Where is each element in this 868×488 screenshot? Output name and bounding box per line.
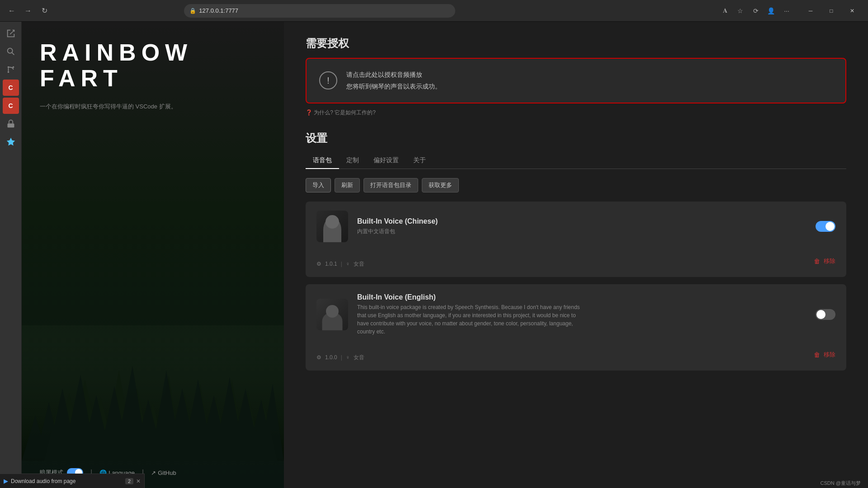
app-title: RAINBOW FART: [40, 40, 266, 91]
settings-section: 设置 语音包 定制 偏好设置 关于 导入 刷新 打开语音包目录 获: [306, 131, 846, 371]
address-bar[interactable]: 🔒 127.0.0.1:7777: [184, 4, 455, 18]
settings-title: 设置: [306, 131, 846, 145]
delete-icon-chinese[interactable]: 🗑: [814, 258, 820, 265]
tab-custom[interactable]: 定制: [339, 153, 366, 169]
refresh-icon[interactable]: ⟳: [750, 5, 762, 17]
voice-toggle-english[interactable]: [816, 309, 835, 320]
auth-line1: 请点击此处以授权音频播放: [346, 70, 441, 80]
close-button[interactable]: ✕: [842, 4, 863, 18]
svg-point-0: [7, 48, 12, 53]
gender-chinese: 女音: [354, 260, 364, 268]
back-button[interactable]: ←: [5, 5, 18, 17]
voice-actions-english: 🗑 移除: [814, 351, 835, 359]
minimize-button[interactable]: ─: [800, 4, 821, 18]
sidebar-icon-explorer[interactable]: [3, 25, 19, 42]
voice-info-english: Built-In Voice (English) This built-in v…: [357, 293, 807, 336]
open-dir-button[interactable]: 打开语音包目录: [363, 178, 418, 192]
voice-toggle-chinese[interactable]: [816, 221, 835, 232]
tab-preferences[interactable]: 偏好设置: [366, 153, 406, 169]
voice-desc-chinese: 内置中文语音包: [357, 227, 583, 235]
sidebar-icon-search[interactable]: [3, 43, 19, 60]
svg-line-1: [12, 52, 14, 55]
voice-desc-english: This built-in voice package is created b…: [357, 303, 583, 336]
sidebar-icon-star[interactable]: [3, 134, 19, 150]
download-text: Download audio from page: [11, 478, 123, 484]
lock-icon: 🔒: [189, 8, 196, 14]
title-line2: FART: [40, 65, 123, 91]
remove-button-chinese[interactable]: 移除: [824, 257, 835, 265]
download-bar: ▶ Download audio from page 2 ✕: [0, 474, 145, 488]
svg-marker-7: [6, 138, 14, 145]
auth-hint-text: ❓ 为什么? 它是如何工作的?: [306, 109, 376, 117]
svg-rect-6: [7, 123, 14, 127]
voice-name-chinese: Built-In Voice (Chinese): [357, 217, 807, 225]
import-button[interactable]: 导入: [306, 178, 331, 192]
download-count: 2: [125, 478, 133, 484]
left-panel: RAINBOW FART 一个在你编程时疯狂夸你写得牛逼的 VSCode 扩展。…: [22, 22, 284, 488]
voice-actions-chinese: 🗑 移除: [814, 257, 835, 265]
voice-card-bottom-english: ⚙ 1.0.0 | ♀ 女音 🗑 移除: [316, 348, 835, 361]
profile-icon[interactable]: 👤: [765, 5, 778, 17]
voice-meta-english: ⚙ 1.0.0 | ♀ 女音: [316, 354, 364, 361]
auth-text: 请点击此处以授权音频播放 您将听到钢琴的声音以表示成功。: [346, 70, 441, 92]
favorites-icon[interactable]: ☆: [734, 5, 747, 17]
auth-hint[interactable]: ❓ 为什么? 它是如何工作的?: [306, 109, 846, 117]
sidebar-icon-c2[interactable]: C: [3, 98, 19, 114]
sidebar-icon-git[interactable]: [3, 61, 19, 78]
tab-about[interactable]: 关于: [406, 153, 433, 169]
github-link[interactable]: ↗ GitHub: [151, 469, 176, 476]
vscode-sidebar: C C +: [0, 22, 22, 488]
tab-voice-pack[interactable]: 语音包: [306, 153, 339, 169]
auth-title: 需要授权: [306, 36, 846, 51]
sidebar-icon-lock[interactable]: [3, 116, 19, 132]
voice-card-english: Built-In Voice (English) This built-in v…: [306, 284, 846, 371]
tab-actions: 导入 刷新 打开语音包目录 获取更多: [306, 178, 846, 192]
version-icon: ⚙: [316, 261, 321, 267]
browser-actions: 𝐀 ☆ ⟳ 👤 ···: [719, 5, 793, 17]
status-text: CSDN @童话与梦: [821, 480, 861, 487]
voice-avatar-chinese: [316, 211, 348, 242]
github-label: GitHub: [158, 469, 176, 476]
forward-button[interactable]: →: [22, 5, 34, 17]
gender-icon-e: ♀: [346, 354, 350, 361]
app-subtitle: 一个在你编程时疯狂夸你写得牛逼的 VSCode 扩展。: [40, 102, 266, 111]
title-line1: RAINBOW: [40, 39, 193, 66]
auth-box[interactable]: ! 请点击此处以授权音频播放 您将听到钢琴的声音以表示成功。: [306, 58, 846, 103]
github-icon: ↗: [151, 469, 156, 476]
version-english: 1.0.0: [325, 354, 337, 361]
refresh-button[interactable]: ↻: [38, 5, 51, 17]
window-controls: ─ □ ✕: [800, 4, 863, 18]
settings-tabs: 语音包 定制 偏好设置 关于: [306, 153, 846, 169]
version-chinese: 1.0.1: [325, 261, 337, 267]
refresh-button[interactable]: 刷新: [335, 178, 360, 192]
gender-english: 女音: [354, 354, 364, 361]
delete-icon-english[interactable]: 🗑: [814, 351, 820, 358]
voice-avatar-english: [316, 299, 348, 330]
voice-card-chinese: Built-In Voice (Chinese) 内置中文语音包 ⚙ 1.0.1…: [306, 202, 846, 277]
download-close-button[interactable]: ✕: [136, 478, 141, 484]
right-panel: 需要授权 ! 请点击此处以授权音频播放 您将听到钢琴的声音以表示成功。 ❓ 为什…: [284, 22, 868, 488]
voice-card-bottom-chinese: ⚙ 1.0.1 | ♀ 女音 🗑 移除: [316, 255, 835, 268]
more-button[interactable]: ···: [780, 5, 793, 17]
svg-point-2: [7, 71, 9, 73]
browser-chrome: ← → ↻ 🔒 127.0.0.1:7777 𝐀 ☆ ⟳ 👤 ··· ─ □ ✕: [0, 0, 868, 22]
restore-button[interactable]: □: [821, 4, 842, 18]
sidebar-icon-c1[interactable]: C: [3, 80, 19, 96]
voice-info-chinese: Built-In Voice (Chinese) 内置中文语音包: [357, 217, 807, 235]
voice-meta-chinese: ⚙ 1.0.1 | ♀ 女音: [316, 260, 364, 268]
remove-button-english[interactable]: 移除: [824, 351, 835, 359]
gender-icon: ♀: [346, 261, 350, 267]
voice-name-english: Built-In Voice (English): [357, 293, 807, 301]
url-text: 127.0.0.1:7777: [199, 7, 238, 14]
auth-line2: 您将听到钢琴的声音以表示成功。: [346, 81, 441, 91]
auth-warning-icon: !: [319, 71, 337, 89]
version-icon-e: ⚙: [316, 354, 321, 361]
status-bar: CSDN @童话与梦: [813, 478, 868, 488]
forest-decoration: [22, 325, 284, 461]
download-play-icon: ▶: [4, 478, 8, 484]
main-layout: C C +: [0, 22, 868, 488]
reader-icon[interactable]: 𝐀: [719, 5, 731, 17]
get-more-button[interactable]: 获取更多: [422, 178, 459, 192]
